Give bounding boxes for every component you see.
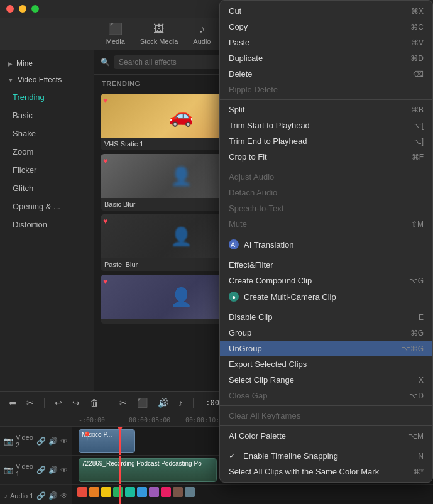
ctx-speechtotext-label: Speech-to-Text — [229, 204, 283, 213]
sidebar-item-shake[interactable]: Shake — [0, 124, 94, 143]
swatch-purple[interactable] — [149, 487, 159, 497]
timeline-back-button[interactable]: ⬅ — [6, 397, 19, 409]
ctx-trimstart[interactable]: Trim Start to Playhead ⌥[ — [220, 118, 432, 133]
ctx-group[interactable]: Group ⌘G — [220, 325, 432, 341]
ctx-aitranslation[interactable]: AI AI Translation — [220, 236, 432, 253]
swatch-green[interactable] — [113, 487, 123, 497]
swatch-brown[interactable] — [173, 487, 183, 497]
toolbar-media[interactable]: ⬛ Media — [106, 22, 125, 45]
ctx-aicolorpalette-shortcut: ⌥M — [408, 432, 424, 441]
ctx-enablesnapping-label: Enable Timeline Snapping — [243, 451, 338, 461]
sidebar-item-basic[interactable]: Basic — [0, 106, 94, 124]
track-controls-video1: 📷 Video 1 🔗 🔊 👁 — [0, 456, 72, 484]
ctx-croptfit[interactable]: Crop to Fit ⌘F — [220, 149, 432, 165]
sidebar-item-flicker[interactable]: Flicker — [0, 161, 94, 179]
track-controls-video2: 📷 Video 2 🔗 🔊 👁 — [0, 427, 72, 455]
ctx-paste[interactable]: Paste ⌘V — [220, 35, 432, 50]
swatch-gray[interactable] — [185, 487, 195, 497]
ctx-selectallsamemark[interactable]: Select All Clips with the Same Color Mar… — [220, 464, 432, 479]
ctx-divider3 — [220, 234, 432, 234]
ctx-exportselected[interactable]: Export Selected Clips — [220, 356, 432, 372]
ctx-delete[interactable]: Delete ⌫ — [220, 66, 432, 82]
timeline-redo-button[interactable]: ↪ — [70, 397, 82, 409]
track-volume-icon[interactable]: 🔊 — [48, 437, 58, 446]
ctx-trimend[interactable]: Trim End to Playhead ⌥] — [220, 133, 432, 149]
clip-mexico[interactable]: Mexico P... 📍 — [79, 429, 135, 453]
swatch-teal[interactable] — [125, 487, 135, 497]
track-link-icon2[interactable]: 🔗 — [36, 466, 46, 474]
ctx-cut[interactable]: Cut ⌘X — [220, 3, 432, 19]
ctx-trimstart-shortcut: ⌥[ — [413, 121, 424, 130]
timeline-scissors-button[interactable]: ✂ — [117, 397, 129, 409]
toolbar-sep1 — [44, 398, 45, 408]
swatch-orange[interactable] — [89, 487, 99, 497]
ctx-effectfilter[interactable]: Effect&Filter — [220, 257, 432, 273]
maximize-button[interactable] — [31, 5, 39, 13]
minimize-button[interactable] — [19, 5, 26, 13]
ctx-selectallsamemark-label: Select All Clips with the Same Color Mar… — [229, 467, 379, 476]
timeline-undo-button[interactable]: ↩ — [52, 397, 65, 409]
ctx-closegap: Close Gap ⌥D — [220, 388, 432, 403]
timeline-audio-button[interactable]: 🔊 — [155, 397, 171, 409]
ctx-aicolorpalette[interactable]: AI Color Palette ⌥M — [220, 428, 432, 444]
ctx-split[interactable]: Split ⌘B — [220, 102, 432, 118]
sidebar-mine-label: Mine — [16, 59, 33, 68]
videoeffects-arrow-icon: ▼ — [8, 77, 14, 84]
ctx-croptfit-shortcut: ⌘F — [412, 153, 424, 162]
ctx-delete-shortcut: ⌫ — [413, 70, 424, 79]
timeline-crop-button[interactable]: ⬛ — [134, 397, 150, 409]
ctx-copy-shortcut: ⌘C — [410, 23, 424, 31]
ctx-trimend-shortcut: ⌥] — [413, 137, 424, 146]
track-link-icon3[interactable]: 🔗 — [36, 491, 46, 500]
ctx-ungroup[interactable]: UnGroup ⌥⌘G — [220, 341, 432, 356]
track-controls-audio1: ♪ Audio 1 🔗 🔊 👁 — [0, 485, 72, 505]
swatch-pink[interactable] — [161, 487, 171, 497]
track-link-icon[interactable]: 🔗 — [36, 437, 46, 446]
ctx-aicolorpalette-label: AI Color Palette — [229, 431, 286, 441]
track-volume-icon2[interactable]: 🔊 — [48, 466, 58, 474]
timeline-music-button[interactable]: ♪ — [176, 397, 185, 409]
ctx-speechtotext: Speech-to-Text — [220, 200, 432, 216]
sidebar-section-mine[interactable]: ▶ Mine — [0, 55, 94, 72]
sidebar-item-distortion[interactable]: Distortion — [0, 216, 94, 234]
ctx-disableclip[interactable]: Disable Clip E — [220, 309, 432, 325]
sidebar-item-opening[interactable]: Opening & ... — [0, 197, 94, 216]
audio-icon: ♪ — [199, 23, 205, 36]
track-audio1-label: Audio 1 — [10, 492, 34, 500]
track-volume-icon3[interactable]: 🔊 — [48, 491, 58, 500]
ctx-multicam[interactable]: ● Create Multi-Camera Clip — [220, 288, 432, 305]
track-content-audio1 — [72, 485, 433, 504]
track-video1-icon: 📷 — [4, 466, 13, 474]
ctx-copy[interactable]: Copy ⌘C — [220, 19, 432, 35]
track-video2-icon: 📷 — [4, 437, 13, 446]
toolbar-media-label: Media — [106, 38, 125, 45]
swatch-yellow[interactable] — [101, 487, 111, 497]
swatch-blue[interactable] — [137, 487, 147, 497]
sidebar-item-glitch[interactable]: Glitch — [0, 179, 94, 197]
timeline-cut-button[interactable]: ✂ — [24, 397, 36, 409]
ctx-paste-label: Paste — [229, 38, 249, 47]
swatch-red[interactable] — [77, 487, 87, 497]
ctx-enablesnapping[interactable]: ✓ Enable Timeline Snapping N — [220, 448, 432, 464]
ctx-duplicate[interactable]: Duplicate ⌘D — [220, 50, 432, 66]
timeline-delete-button[interactable]: 🗑 — [87, 397, 101, 409]
ctx-multicam-label: Create Multi-Camera Clip — [244, 292, 336, 302]
track-eye-icon2[interactable]: 👁 — [60, 466, 68, 474]
sidebar-section-videoeffects[interactable]: ▼ Video Effects — [0, 72, 94, 88]
ctx-selectcliprange-label: Select Clip Range — [229, 375, 294, 385]
context-menu: Cut ⌘X Copy ⌘C Paste ⌘V Duplicate ⌘D Del… — [219, 0, 433, 483]
track-eye-icon[interactable]: 👁 — [60, 437, 68, 446]
toolbar-audio[interactable]: ♪ Audio — [193, 23, 211, 45]
track-eye-icon3[interactable]: 👁 — [60, 491, 68, 500]
sidebar-item-zoom[interactable]: Zoom — [0, 143, 94, 161]
stock-icon: 🖼 — [153, 23, 165, 36]
search-input[interactable] — [114, 55, 227, 69]
ctx-compound[interactable]: Create Compound Clip ⌥G — [220, 273, 432, 288]
clip-recording[interactable]: 722869_Recording Podcast Podcasting Po — [79, 458, 217, 482]
sidebar-item-trending[interactable]: Trending — [0, 88, 94, 106]
close-button[interactable] — [6, 5, 14, 13]
toolbar-stock[interactable]: 🖼 Stock Media — [140, 23, 178, 45]
ctx-selectcliprange[interactable]: Select Clip Range X — [220, 372, 432, 388]
media-icon: ⬛ — [109, 22, 123, 36]
ctx-divider5 — [220, 307, 432, 307]
